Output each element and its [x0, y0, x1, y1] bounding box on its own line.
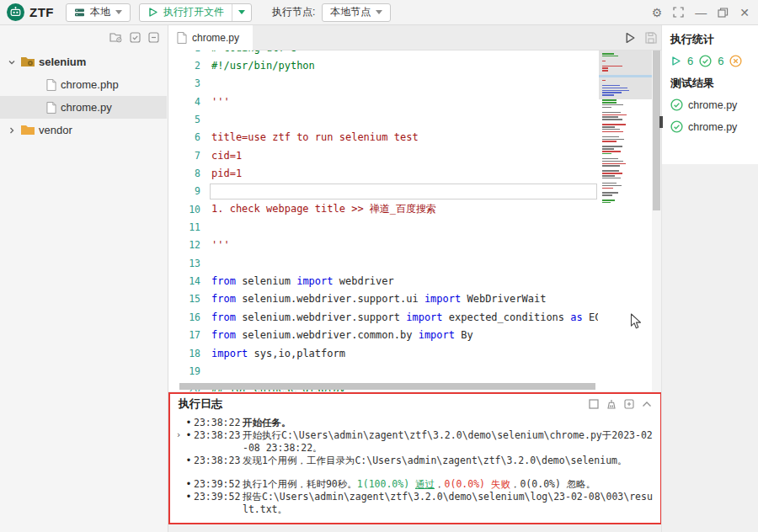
minimap-line: [602, 183, 617, 184]
run-file-menu-button[interactable]: [232, 4, 251, 21]
code-line-19[interactable]: 19: [168, 362, 598, 380]
code-line-5[interactable]: 5: [168, 110, 598, 128]
code-line-4[interactable]: 4''': [168, 93, 598, 110]
collapse-panel-chevron-icon[interactable]: [642, 401, 652, 407]
line-number: 14: [168, 275, 200, 287]
save-file-icon[interactable]: [645, 32, 657, 44]
code-line-15[interactable]: 15from selenium.webdriver.support.ui imp…: [168, 290, 598, 308]
panel-resize-handle[interactable]: [659, 116, 663, 128]
code-line-2[interactable]: 2#!/usr/bin/python: [168, 56, 598, 74]
clear-log-broom-icon[interactable]: [606, 399, 617, 410]
test-results-list: chrome.pychrome.py: [670, 98, 758, 133]
code-text: 1. check webpage title >> 禅道_百度搜索: [211, 202, 436, 216]
code-line-10[interactable]: 101. check webpage title >> 禅道_百度搜索: [168, 200, 598, 218]
tree-item-label: chrome.py: [61, 101, 112, 114]
file-icon: [46, 102, 56, 114]
top-toolbar: ZTF 本地 执行打开文件 执行节点: 本地节点: [0, 0, 758, 25]
code-line-1[interactable]: 1# coding=utf-8: [168, 51, 598, 56]
environment-dropdown[interactable]: 本地: [66, 3, 131, 22]
minimap-line: [602, 161, 623, 162]
code-line-9[interactable]: 9: [168, 183, 598, 200]
code-line-8[interactable]: 8pid=1: [168, 164, 598, 182]
test-result-label: chrome.py: [688, 99, 737, 111]
code-line-7[interactable]: 7cid=1: [168, 146, 598, 164]
code-line-11[interactable]: 11: [168, 218, 598, 236]
line-number: 8: [168, 168, 200, 179]
minimap-line: [602, 61, 606, 62]
run-count-play-icon: [670, 56, 681, 66]
tree-item-vendor[interactable]: vendor: [0, 119, 167, 141]
vertical-scrollbar[interactable]: [652, 51, 661, 391]
app-title: ZTF: [29, 5, 54, 19]
maximize-panel-icon[interactable]: [624, 399, 634, 409]
code-text: ''': [211, 96, 230, 108]
minimap-line: [602, 92, 622, 93]
code-text: from selenium.webdriver.common.by import…: [211, 329, 473, 341]
code-line-18[interactable]: 18import sys,io,platform: [168, 344, 598, 362]
code-editor[interactable]: 1# coding=utf-82#!/usr/bin/python34'''56…: [168, 51, 661, 391]
restore-window-icon[interactable]: [718, 8, 729, 18]
minimap-line: [602, 175, 615, 177]
line-number: 18: [168, 348, 200, 359]
fullscreen-icon[interactable]: [673, 7, 684, 18]
chevron-down-icon[interactable]: [7, 58, 17, 66]
run-script-icon[interactable]: [624, 32, 636, 44]
test-result-item[interactable]: chrome.py: [670, 120, 758, 133]
tab-chrome-py[interactable]: chrome.py: [168, 25, 253, 51]
test-result-item[interactable]: chrome.py: [670, 98, 758, 111]
log-entry: •23:39:52报告C:\Users\admin\zagent\ztf\3.2…: [173, 491, 654, 516]
log-message: 开始任务。: [243, 417, 654, 429]
minimap-line: [602, 170, 619, 172]
minimap-line: [602, 194, 612, 196]
minimap-line: [602, 56, 618, 57]
code-text: ''': [211, 239, 230, 251]
code-line-3[interactable]: 3: [168, 75, 598, 93]
code-line-14[interactable]: 14from selenium import webdriver: [168, 272, 598, 290]
code-line-13[interactable]: 13: [168, 254, 598, 272]
chevron-right-icon[interactable]: [7, 126, 17, 135]
exec-node-dropdown[interactable]: 本地节点: [322, 3, 391, 22]
minimap-line: [602, 151, 621, 152]
code-area[interactable]: 1# coding=utf-82#!/usr/bin/python34'''56…: [168, 51, 598, 391]
folder-icon: [21, 125, 35, 136]
select-all-checkbox-icon[interactable]: [130, 32, 141, 43]
log-toolbar: [589, 399, 652, 410]
file-icon: [177, 32, 187, 44]
minimap-line: [602, 153, 611, 155]
collapse-all-icon[interactable]: [148, 32, 159, 43]
log-message: 开始执行C:\Users\admin\zagent\ztf\3.2.0\demo…: [243, 429, 654, 455]
line-number: 5: [168, 114, 200, 125]
line-number: 3: [168, 77, 200, 89]
code-text: from selenium.webdriver.support import e…: [211, 311, 598, 323]
log-bullet-icon: •: [184, 429, 194, 441]
new-folder-settings-icon[interactable]: [109, 32, 122, 43]
stop-square-icon[interactable]: [589, 399, 599, 409]
code-line-17[interactable]: 17from selenium.webdriver.common.by impo…: [168, 327, 598, 344]
code-line-16[interactable]: 16from selenium.webdriver.support import…: [168, 308, 598, 326]
run-file-label: 执行打开文件: [163, 5, 224, 19]
ztf-app-window: ZTF 本地 执行打开文件 执行节点: 本地节点: [0, 0, 758, 532]
minimap-line: [602, 53, 614, 55]
pass-count-check-icon: [699, 55, 712, 67]
tree-item-chrome.php[interactable]: chrome.php: [0, 73, 167, 96]
settings-gear-icon[interactable]: ⚙: [652, 7, 663, 19]
tree-item-chrome.py[interactable]: chrome.py: [0, 96, 167, 119]
minimap-line: [602, 163, 626, 165]
run-file-button[interactable]: 执行打开文件: [140, 4, 232, 21]
tree-item-selenium[interactable]: selenium: [0, 51, 167, 73]
run-count: 6: [687, 55, 693, 67]
close-icon[interactable]: ✕: [739, 7, 750, 19]
run-file-split-button: 执行打开文件: [139, 3, 252, 22]
code-line-6[interactable]: 6title=use ztf to run selenium test: [168, 129, 598, 146]
minimize-icon[interactable]: —: [695, 7, 707, 19]
log-expand-chevron[interactable]: ›: [173, 429, 184, 440]
code-text: #!/usr/bin/python: [211, 60, 315, 72]
current-line-highlight: [210, 184, 597, 200]
minimap-line: [602, 141, 617, 142]
minimap-line: [602, 104, 623, 106]
vertical-scrollbar-thumb[interactable]: [653, 51, 660, 210]
code-line-12[interactable]: 12''': [168, 237, 598, 254]
horizontal-scrollbar-thumb[interactable]: [179, 383, 595, 390]
editor-minimap[interactable]: [599, 51, 652, 391]
log-message: 发现1个用例，工作目录为C:\Users\admin\zagent\ztf\3.…: [243, 455, 654, 467]
